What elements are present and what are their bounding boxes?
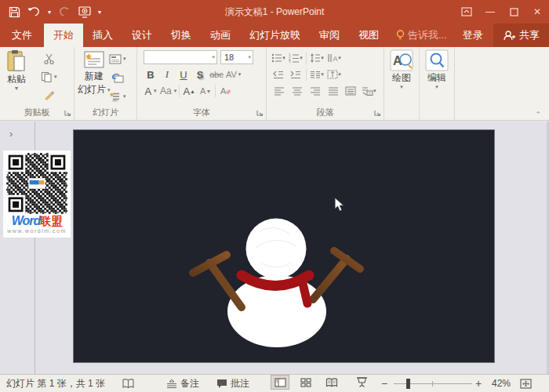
- cut-icon[interactable]: [41, 52, 57, 66]
- signin-button[interactable]: 登录: [455, 24, 491, 47]
- collapse-ribbon-icon[interactable]: ⌃: [535, 111, 541, 118]
- tab-file[interactable]: 文件: [0, 24, 44, 47]
- group-editing: 编辑 ▾: [420, 47, 455, 120]
- lightbulb-icon: [396, 30, 405, 41]
- zoom-slider[interactable]: [394, 375, 472, 392]
- ribbon-display-options-icon[interactable]: [455, 0, 478, 24]
- character-spacing-button[interactable]: AV▾: [226, 67, 241, 82]
- section-icon[interactable]: ▾: [109, 89, 126, 103]
- tellme-box[interactable]: 告诉我...: [388, 24, 455, 47]
- expand-thumbnails-icon[interactable]: ›: [9, 128, 13, 140]
- italic-button[interactable]: I: [160, 67, 174, 82]
- tab-review[interactable]: 审阅: [310, 24, 349, 47]
- font-color-button[interactable]: A▾: [144, 84, 158, 98]
- group-font: ▾ 18▾ B I U S abc AV▾ A▾ Aa▾ A▲ A▼ A 字体: [137, 47, 267, 120]
- strikethrough-button[interactable]: abc: [209, 67, 224, 82]
- zoom-in-button[interactable]: +: [475, 375, 485, 392]
- tab-view[interactable]: 视图: [349, 24, 388, 47]
- brand-suffix: 联盟: [40, 215, 62, 227]
- drawing-button[interactable]: A 绘图 ▾: [390, 49, 413, 89]
- bullets-icon[interactable]: ▾: [271, 51, 285, 65]
- tab-transitions[interactable]: 切换: [162, 24, 201, 47]
- align-center-icon[interactable]: [289, 84, 304, 98]
- svg-text:3: 3: [289, 60, 291, 64]
- minimize-icon[interactable]: —: [478, 0, 502, 24]
- font-name-combo[interactable]: ▾: [144, 50, 217, 64]
- view-normal-icon[interactable]: [271, 375, 289, 390]
- reset-slide-icon[interactable]: [109, 71, 126, 85]
- justify-icon[interactable]: [325, 84, 340, 98]
- zoom-level[interactable]: 42%: [492, 375, 511, 392]
- close-icon[interactable]: ✕: [525, 0, 549, 24]
- tab-slideshow[interactable]: 幻灯片放映: [240, 24, 310, 47]
- tab-home[interactable]: 开始: [44, 24, 83, 47]
- font-color-label: A: [144, 85, 151, 97]
- snowman-graphic[interactable]: [74, 130, 494, 362]
- comments-button[interactable]: 批注: [216, 375, 249, 392]
- decrease-indent-icon[interactable]: [271, 67, 285, 82]
- slide-layout-icon[interactable]: ▾: [109, 52, 126, 66]
- align-right-icon[interactable]: [307, 84, 322, 98]
- clear-formatting-icon[interactable]: A: [218, 84, 232, 98]
- save-icon[interactable]: [5, 2, 24, 21]
- font-size-value: 18: [224, 53, 234, 62]
- font-dialog-launcher[interactable]: [256, 110, 264, 118]
- numbering-icon[interactable]: 123▾: [289, 51, 303, 65]
- increase-indent-icon[interactable]: [289, 67, 303, 82]
- customize-qat-icon[interactable]: ▾: [96, 2, 104, 21]
- fit-slide-icon[interactable]: [520, 375, 532, 392]
- share-button[interactable]: 共享: [493, 24, 549, 47]
- shrink-font-label: A: [200, 86, 205, 96]
- drawing-label: 绘图: [392, 71, 411, 85]
- view-reading-icon[interactable]: [322, 375, 341, 390]
- align-text-icon[interactable]: ▾: [327, 67, 341, 82]
- undo-icon[interactable]: [25, 2, 44, 21]
- clipboard-icon: [6, 49, 27, 73]
- share-label: 共享: [519, 28, 540, 42]
- new-slide-button[interactable]: 新建 幻灯片▾: [78, 49, 111, 96]
- font-size-combo[interactable]: 18▾: [220, 50, 253, 64]
- paste-button[interactable]: 粘贴 ▼: [6, 49, 27, 91]
- text-direction-icon[interactable]: A▾: [327, 51, 341, 65]
- paste-label: 粘贴: [7, 73, 26, 86]
- zoom-out-button[interactable]: −: [381, 375, 391, 392]
- tab-design[interactable]: 设计: [122, 24, 162, 47]
- view-sorter-icon[interactable]: [296, 375, 315, 390]
- group-clipboard: 粘贴 ▼ ▾ 剪贴板: [0, 47, 75, 120]
- titlebar: ▾ ▾ 演示文稿1 - PowerPoint — ✕: [0, 0, 549, 24]
- tellme-label: 告诉我...: [408, 28, 447, 42]
- columns-icon[interactable]: ▾: [310, 67, 324, 82]
- proofing-icon[interactable]: [122, 375, 134, 392]
- tab-insert[interactable]: 插入: [83, 24, 122, 47]
- bold-button[interactable]: B: [144, 67, 158, 82]
- shrink-font-button[interactable]: A▼: [198, 84, 213, 98]
- grow-font-button[interactable]: A▲: [182, 84, 196, 98]
- view-slideshow-icon[interactable]: [352, 375, 371, 390]
- tab-animations[interactable]: 动画: [201, 24, 240, 47]
- smartart-convert-icon[interactable]: ▾: [362, 84, 376, 98]
- distribute-icon[interactable]: [344, 84, 358, 98]
- editing-button[interactable]: 编辑 ▾: [425, 49, 449, 89]
- snowman-head: [246, 219, 307, 279]
- slide-counter[interactable]: 幻灯片 第 1 张，共 1 张: [6, 375, 105, 392]
- group-slides: 新建 幻灯片▾ ▾ ▾ 幻灯片: [75, 47, 137, 120]
- align-left-icon[interactable]: [271, 84, 285, 98]
- underline-button[interactable]: U: [176, 67, 191, 82]
- quick-access-toolbar: ▾ ▾: [5, 0, 104, 24]
- line-spacing-icon[interactable]: ▾: [310, 51, 324, 65]
- watermark: Word联盟 www.wordlm.com: [3, 151, 71, 238]
- format-painter-icon[interactable]: [41, 88, 57, 102]
- redo-icon[interactable]: [55, 2, 74, 21]
- notes-button[interactable]: 备注: [166, 375, 199, 392]
- undo-dropdown-icon[interactable]: ▾: [45, 2, 53, 21]
- start-slideshow-icon[interactable]: [75, 2, 94, 21]
- change-case-button[interactable]: Aa▾: [160, 84, 176, 98]
- zoom-slider-thumb[interactable]: [406, 379, 410, 389]
- slide-canvas[interactable]: [73, 129, 495, 363]
- clipboard-dialog-launcher[interactable]: [64, 110, 72, 118]
- text-shadow-button[interactable]: S: [193, 67, 207, 82]
- copy-icon[interactable]: ▾: [41, 70, 57, 84]
- new-slide-icon: [82, 49, 106, 70]
- paragraph-dialog-launcher[interactable]: [374, 110, 382, 118]
- maximize-icon[interactable]: [502, 0, 525, 24]
